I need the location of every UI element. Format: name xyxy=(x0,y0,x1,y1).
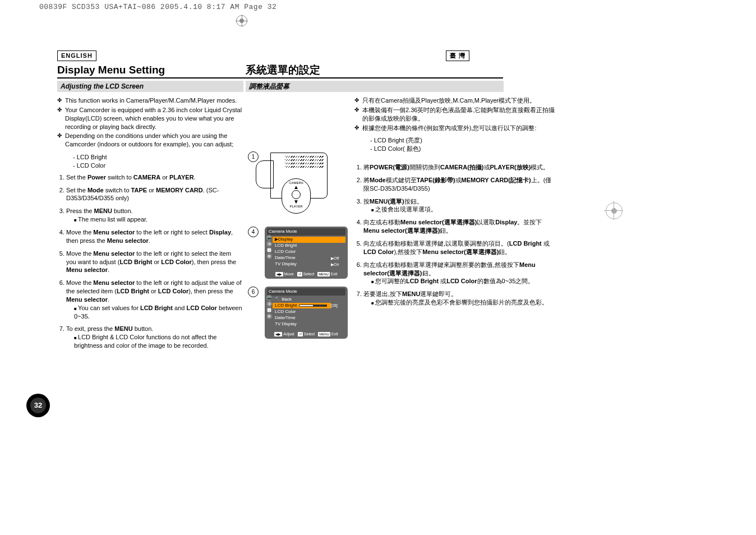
bullet: 本機裝備有一個2.36英吋的彩色液晶螢幕,它能夠幫助您直接觀看正拍攝的影像或放映… xyxy=(354,106,556,123)
step: 向左或右移動移動選單選擇鍵來調整所要的數值,然後按下Menu selector(… xyxy=(363,261,556,286)
procedure-en: Set the Power switch to CAMERA or PLAYER… xyxy=(57,173,242,350)
source-header: 00839F SCD353 USA+TAI~086 2005.4.10 8:17… xyxy=(39,2,276,12)
substep: 之後會出現選單選項。 xyxy=(371,205,556,214)
bullet: 只有在Camera拍攝及Player放映,M.Cam,M.Player模式下使用… xyxy=(354,96,556,105)
osd-screenshot-4: 📷 ⚙ 🅰 🖥 Camera Mode ▶Display LCD Bright … xyxy=(265,227,348,279)
callout-number-4: 4 xyxy=(248,227,259,237)
substep: You can set values for LCD Bright and LC… xyxy=(74,304,242,321)
section-title-zh: 系統選單的設定 xyxy=(246,63,320,77)
step: 向左或右移動Menu selector(選單選擇器)以選取Display。並按下… xyxy=(363,218,556,235)
osd-row: Date/Time xyxy=(267,255,331,261)
power-switch-illustration: CAMERA ▲ ▼ PLAYER xyxy=(251,150,347,218)
substep: 您調整完後的亮度及色彩不會影響到您拍攝影片的亮度及色彩。 xyxy=(371,298,556,307)
osd-hint-exit: MENUExit xyxy=(317,271,337,276)
osd-icon: 📷 xyxy=(266,235,272,241)
bullet: Depending on the conditions under which … xyxy=(57,132,242,149)
callout-number-6: 6 xyxy=(248,287,259,297)
step: 若要退出,按下MENU選單鍵即可。 您調整完後的亮度及色彩不會影響到您拍攝影片的… xyxy=(363,290,556,307)
osd-row: TV Display xyxy=(267,261,331,268)
step: Set the Power switch to CAMERA or PLAYER… xyxy=(66,173,242,182)
osd-back: 🔨 Back xyxy=(267,297,345,303)
registration-mark-right xyxy=(606,202,621,218)
substep: The menu list will appear. xyxy=(74,215,242,224)
osd-row: Date/Time xyxy=(267,315,345,321)
osd-hint-exit: MENUExit xyxy=(318,331,338,336)
section-title-en: Display Menu Setting xyxy=(57,63,165,77)
dash-item: LCD Bright (亮度) xyxy=(370,136,556,145)
subtitle-en: Adjusting the LCD Screen xyxy=(57,81,243,92)
step: 按MENU(選單)按鈕。 之後會出現選單選項。 xyxy=(363,197,556,214)
subtitle-zh: 調整液晶螢幕 xyxy=(246,81,504,92)
osd-screenshot-6: 📷 ⚙ 🅰 🖥 Camera Mode 🔨 Back LCD Bright [1… xyxy=(265,287,348,339)
osd-row: TV Display xyxy=(267,321,345,328)
language-label-chinese: 臺 灣 xyxy=(446,50,469,61)
step: Move the Menu selector to the left or ri… xyxy=(66,228,242,245)
switch-dial xyxy=(292,190,301,199)
osd-value: [18] xyxy=(331,303,345,308)
substep: 您可調整的LCD Bright 或LCD Color的數值為0~35之間。 xyxy=(371,277,556,285)
dash-item: LCD Color( 顏色) xyxy=(370,145,556,153)
step: 向左或右移動移動選單選擇鍵,以選取要調整的項目。(LCD Bright 或LCD… xyxy=(363,239,556,256)
slider-icon xyxy=(299,305,327,307)
bullet: 根據您使用本機的條件(例如室內或室外),您可以進行以下的調整: xyxy=(354,124,556,132)
step: 將Mode模式鍵切至TAPE(錄影帶)或MEMORY CARD(記憶卡)上。(僅… xyxy=(363,176,556,193)
osd-hint-select: ⏎Select xyxy=(298,331,315,336)
step: Move the Menu selector to the left or ri… xyxy=(66,279,242,320)
osd-row: LCD Color xyxy=(267,309,345,315)
intro-bullets-en: This function works in Camera/Player/M.C… xyxy=(57,96,242,149)
switch-label-player: PLAYER xyxy=(289,204,302,209)
dash-item: LCD Color xyxy=(73,162,242,170)
title-rule xyxy=(57,77,503,79)
substep: LCD Bright & LCD Color functions do not … xyxy=(74,333,242,350)
dash-item: LCD Bright xyxy=(73,153,242,162)
osd-hint-adjust: ◀▶Adjust xyxy=(274,331,294,336)
dash-sublist-en: LCD Bright LCD Color xyxy=(57,153,242,170)
osd-row-highlight: ▶Display xyxy=(273,237,345,243)
osd-hint-select: ⏎Select xyxy=(297,271,314,276)
bullet: This function works in Camera/Player/M.C… xyxy=(57,96,242,105)
osd-title: Camera Mode xyxy=(267,228,345,236)
step: Press the MENU button. The menu list wil… xyxy=(66,207,242,224)
page-number: 32 xyxy=(30,398,46,413)
step: To exit, press the MENU button. LCD Brig… xyxy=(66,325,242,350)
page-number-badge: 32 xyxy=(26,394,50,417)
dash-sublist-zh: LCD Bright (亮度) LCD Color( 顏色) xyxy=(354,136,556,153)
osd-row: LCD Color xyxy=(267,249,331,255)
figure-column: 1 CAMERA ▲ ▼ PLAYER xyxy=(248,150,349,339)
osd-row-highlight: LCD Bright xyxy=(273,303,331,309)
osd-title: Camera Mode xyxy=(267,288,345,296)
registration-mark-top xyxy=(237,16,247,26)
arrow-down-icon: ▼ xyxy=(293,200,299,204)
step: Move the Menu selector to the left or ri… xyxy=(66,250,242,275)
step: 將POWER(電源)開關切換到CAMERA(拍攝)或PLAYER(放映)模式。 xyxy=(363,163,556,172)
intro-bullets-zh: 只有在Camera拍攝及Player放映,M.Cam,M.Player模式下使用… xyxy=(354,96,556,132)
osd-row: LCD Bright xyxy=(267,243,331,249)
language-label-english: ENGLISH xyxy=(57,50,96,61)
step: Set the Mode switch to TAPE or MEMORY CA… xyxy=(66,186,242,203)
osd-hint-move: ◀▶Move xyxy=(275,271,294,276)
bullet: Your Camcorder is equipped with a 2.36 i… xyxy=(57,106,242,131)
procedure-zh: 將POWER(電源)開關切換到CAMERA(拍攝)或PLAYER(放映)模式。 … xyxy=(354,163,556,307)
arrow-up-icon: ▲ xyxy=(293,185,299,190)
